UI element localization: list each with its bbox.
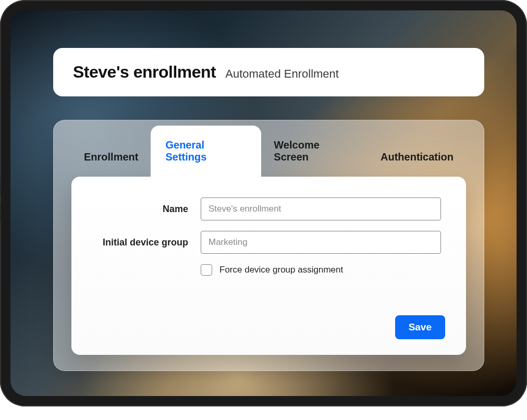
group-label: Initial device group (96, 237, 201, 248)
form-card: Name Initial device group Force device g… (71, 177, 466, 355)
name-label: Name (96, 204, 201, 215)
settings-panel: Enrollment General Settings Welcome Scre… (53, 120, 484, 371)
tab-welcome-screen[interactable]: Welcome Screen (261, 126, 368, 177)
force-assignment-row: Force device group assignment (201, 264, 441, 276)
tab-authentication[interactable]: Authentication (368, 138, 466, 177)
form-row-name: Name (96, 197, 441, 220)
name-input[interactable] (201, 197, 441, 220)
tab-enrollment[interactable]: Enrollment (71, 138, 151, 177)
page-subtitle: Automated Enrollment (225, 67, 339, 81)
volume-button (0, 203, 1, 222)
force-assignment-checkbox[interactable] (201, 264, 212, 276)
page-header: Steve's enrollment Automated Enrollment (53, 48, 484, 96)
device-side-buttons (0, 177, 1, 222)
tab-general-settings[interactable]: General Settings (151, 126, 261, 177)
tabs-row: Enrollment General Settings Welcome Scre… (54, 120, 484, 177)
volume-button (0, 177, 1, 196)
page-title: Steve's enrollment (73, 63, 216, 82)
form-row-group: Initial device group (96, 231, 441, 254)
force-assignment-label: Force device group assignment (219, 265, 343, 275)
initial-device-group-input[interactable] (201, 231, 441, 254)
save-button[interactable]: Save (395, 315, 445, 339)
tablet-frame: Steve's enrollment Automated Enrollment … (0, 0, 527, 406)
tablet-screen: Steve's enrollment Automated Enrollment … (10, 10, 517, 396)
